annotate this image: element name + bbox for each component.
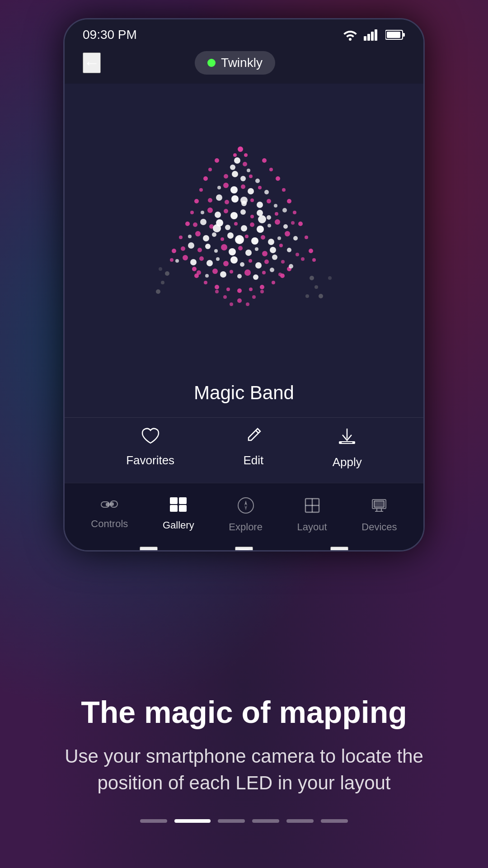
svg-point-162 [223,295,227,299]
svg-point-43 [230,165,235,170]
page-dot-4[interactable] [252,819,279,823]
svg-point-118 [296,253,299,256]
svg-point-98 [251,237,258,245]
svg-point-90 [188,235,192,238]
svg-point-164 [215,290,219,293]
svg-rect-3 [375,29,377,41]
svg-point-153 [156,289,160,294]
svg-point-152 [161,281,164,284]
svg-point-124 [216,257,220,261]
wifi-icon [342,29,358,41]
svg-point-19 [269,168,273,171]
nav-tab-controls[interactable]: Controls [82,492,137,538]
svg-point-38 [238,146,243,152]
svg-point-54 [248,188,254,194]
svg-point-154 [159,267,162,271]
svg-point-141 [244,269,251,276]
svg-rect-172 [170,497,178,504]
svg-point-40 [244,153,248,157]
bottom-subtitle: Use your smartphone camera to locate the… [36,743,452,797]
svg-point-169 [106,503,109,506]
nav-tab-layout[interactable]: Layout [288,492,336,538]
svg-rect-167 [342,442,352,443]
back-system-button[interactable] [330,547,348,552]
svg-marker-178 [244,505,247,510]
explore-tab-label: Explore [229,521,263,533]
svg-point-49 [255,179,260,183]
twinkly-badge: Twinkly [195,51,275,75]
page-dot-1[interactable] [140,819,167,823]
svg-point-12 [190,211,194,214]
page-dot-6[interactable] [321,819,348,823]
recent-apps-button[interactable] [140,547,158,552]
svg-point-82 [234,222,238,226]
svg-rect-0 [364,36,366,41]
svg-rect-6 [387,32,400,38]
svg-point-111 [238,246,243,250]
svg-point-70 [230,212,238,219]
svg-point-108 [214,249,218,253]
svg-point-107 [205,244,211,249]
controls-tab-label: Controls [91,518,128,530]
svg-rect-1 [367,34,370,41]
svg-point-17 [192,267,197,271]
svg-point-127 [240,262,244,267]
action-bar: Favorites Edit [65,417,423,483]
status-icons [342,29,405,41]
status-time: 09:30 PM [83,28,137,42]
svg-point-34 [249,288,253,291]
svg-point-102 [285,231,290,236]
svg-point-11 [194,199,199,203]
svg-point-119 [175,259,179,263]
svg-point-59 [225,200,229,204]
svg-point-93 [212,232,216,237]
svg-point-78 [200,219,206,225]
svg-point-73 [257,210,263,216]
svg-point-101 [277,236,281,240]
svg-point-66 [201,211,204,214]
favorites-button[interactable]: Favorites [126,427,174,469]
apply-button[interactable]: Apply [333,427,362,469]
svg-point-83 [241,225,247,231]
nav-tab-devices[interactable]: Devices [352,492,406,538]
svg-point-139 [230,270,233,274]
layout-icon [304,497,321,518]
svg-point-50 [217,186,221,189]
page-dot-5[interactable] [286,819,314,823]
nav-tab-gallery[interactable]: Gallery [154,492,203,538]
edit-label: Edit [244,453,264,467]
led-tree-svg [127,88,361,368]
svg-rect-183 [374,501,384,507]
svg-point-114 [262,251,267,256]
svg-point-130 [264,259,269,264]
nav-tab-explore[interactable]: Explore [220,492,272,538]
svg-point-57 [208,198,212,203]
svg-rect-190 [238,550,250,552]
back-button[interactable]: ← [83,52,101,73]
svg-rect-2 [371,32,374,41]
svg-point-155 [235,235,244,244]
page-indicators [36,819,452,823]
svg-point-86 [267,224,271,227]
svg-point-47 [240,176,246,181]
svg-point-21 [282,188,286,192]
svg-point-147 [314,285,318,289]
apply-label: Apply [333,455,362,469]
svg-point-7 [215,158,219,163]
svg-point-117 [287,248,291,252]
svg-point-94 [221,237,224,241]
heart-icon [141,427,160,449]
svg-point-176 [238,498,253,513]
page-dot-3[interactable] [218,819,245,823]
svg-point-22 [287,199,291,203]
svg-point-65 [274,204,277,208]
page-dot-2[interactable] [174,819,211,823]
svg-point-128 [249,259,252,263]
svg-point-100 [268,239,274,245]
edit-button[interactable]: Edit [244,427,264,469]
svg-point-122 [199,256,204,261]
svg-point-132 [281,260,285,264]
svg-point-142 [253,274,258,280]
svg-point-68 [215,212,221,218]
home-button[interactable] [235,547,253,552]
